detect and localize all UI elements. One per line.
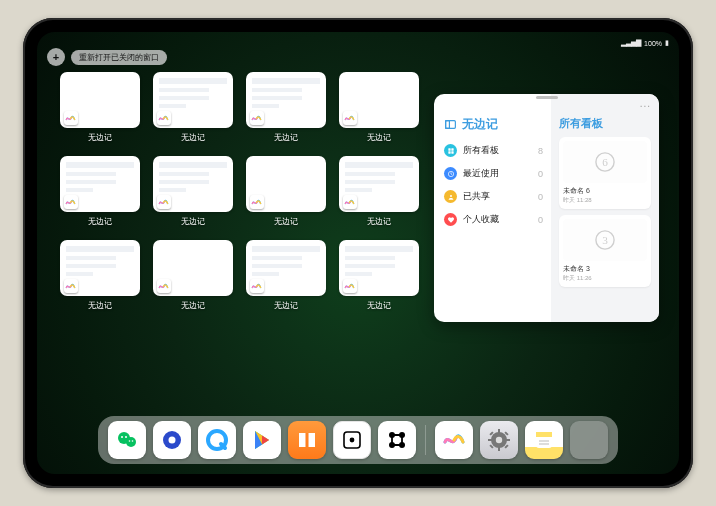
window-grabber-icon[interactable] xyxy=(536,96,558,99)
battery-text: 100% xyxy=(644,40,662,47)
dice-icon[interactable] xyxy=(333,421,371,459)
freeform-icon[interactable] xyxy=(435,421,473,459)
app-switcher-card[interactable]: 无边记 xyxy=(336,72,421,148)
books-icon[interactable] xyxy=(288,421,326,459)
sidebar-item[interactable]: 最近使用0 xyxy=(444,162,543,185)
ipad-frame: ▂▃▅▇ 100% ▮ + 重新打开已关闭的窗口 无边记无边记无边记无边记无边记… xyxy=(23,18,693,488)
svg-rect-0 xyxy=(446,121,456,129)
settings-icon[interactable] xyxy=(480,421,518,459)
app-thumbnail xyxy=(153,156,233,212)
app-thumbnail xyxy=(339,156,419,212)
board-tile[interactable]: 3未命名 3昨天 11:26 xyxy=(559,215,651,287)
dock-separator xyxy=(425,425,426,455)
app-switcher-card[interactable]: 无边记 xyxy=(57,156,142,232)
board-thumbnail: 3 xyxy=(563,219,647,261)
app-switcher-card[interactable]: 无边记 xyxy=(336,240,421,316)
app-switcher-card[interactable]: 无边记 xyxy=(57,240,142,316)
app-switcher-grid: 无边记无边记无边记无边记无边记无边记无边记无边记无边记无边记无边记无边记 xyxy=(57,72,417,316)
freeform-icon xyxy=(157,111,171,125)
freeform-icon xyxy=(157,195,171,209)
app-switcher-card[interactable]: 无边记 xyxy=(243,240,328,316)
app-switcher-card[interactable]: 无边记 xyxy=(57,72,142,148)
app-switcher-card[interactable]: 无边记 xyxy=(243,156,328,232)
freeform-icon xyxy=(64,279,78,293)
qqbrowser-icon[interactable] xyxy=(198,421,236,459)
add-button[interactable]: + xyxy=(47,48,65,66)
connect-icon[interactable] xyxy=(378,421,416,459)
app-thumbnail xyxy=(60,72,140,128)
board-name: 未命名 3 xyxy=(563,264,647,274)
top-controls: + 重新打开已关闭的窗口 xyxy=(47,48,167,66)
freeform-icon xyxy=(343,111,357,125)
freeform-icon xyxy=(64,195,78,209)
app-label: 无边记 xyxy=(181,132,205,143)
app-thumbnail xyxy=(246,240,326,296)
freeform-icon xyxy=(343,279,357,293)
freeform-app-icon xyxy=(444,118,457,131)
app-label: 无边记 xyxy=(274,300,298,311)
app-thumbnail xyxy=(246,156,326,212)
board-name: 未命名 6 xyxy=(563,186,647,196)
sidebar-item-count: 8 xyxy=(538,146,543,156)
grid-icon xyxy=(444,144,457,157)
app-thumbnail xyxy=(339,72,419,128)
app-thumbnail xyxy=(153,240,233,296)
heart-icon xyxy=(444,213,457,226)
ipad-screen: ▂▃▅▇ 100% ▮ + 重新打开已关闭的窗口 无边记无边记无边记无边记无边记… xyxy=(37,32,679,474)
freeform-icon xyxy=(250,111,264,125)
clock-icon xyxy=(444,167,457,180)
app-thumbnail xyxy=(153,72,233,128)
app-thumbnail xyxy=(60,240,140,296)
freeform-icon xyxy=(157,279,171,293)
people-icon xyxy=(444,190,457,203)
app-switcher-card[interactable]: 无边记 xyxy=(150,240,235,316)
svg-text:6: 6 xyxy=(602,156,608,168)
more-icon[interactable]: ... xyxy=(640,98,651,109)
sidebar-item[interactable]: 个人收藏0 xyxy=(444,208,543,231)
sidebar-item-label: 最近使用 xyxy=(463,167,499,180)
app-label: 无边记 xyxy=(274,216,298,227)
wechat-icon[interactable] xyxy=(108,421,146,459)
app-thumbnail xyxy=(339,240,419,296)
board-meta: 昨天 11:26 xyxy=(563,274,647,283)
freeform-icon xyxy=(250,195,264,209)
battery-icon: ▮ xyxy=(665,39,669,47)
board-thumbnail: 6 xyxy=(563,141,647,183)
app-label: 无边记 xyxy=(88,300,112,311)
app-thumbnail xyxy=(60,156,140,212)
notes-icon[interactable] xyxy=(525,421,563,459)
app-label: 无边记 xyxy=(181,300,205,311)
app-label: 无边记 xyxy=(367,132,391,143)
freeform-sidebar: 无边记 所有看板8最近使用0已共享0个人收藏0 xyxy=(434,94,551,322)
sidebar-item-label: 已共享 xyxy=(463,190,490,203)
app-thumbnail xyxy=(246,72,326,128)
app-folder-icon[interactable] xyxy=(570,421,608,459)
app-switcher-card[interactable]: 无边记 xyxy=(243,72,328,148)
freeform-icon xyxy=(250,279,264,293)
sidebar-item-count: 0 xyxy=(538,215,543,225)
app-label: 无边记 xyxy=(88,216,112,227)
sidebar-item-label: 所有看板 xyxy=(463,144,499,157)
freeform-floating-window[interactable]: ... 无边记 所有看板8最近使用0已共享0个人收藏0 所有看板 6未命名 6昨… xyxy=(434,94,659,322)
sidebar-item-count: 0 xyxy=(538,169,543,179)
app-label: 无边记 xyxy=(367,300,391,311)
app-label: 无边记 xyxy=(181,216,205,227)
board-tile[interactable]: 6未命名 6昨天 11:28 xyxy=(559,137,651,209)
freeform-icon xyxy=(343,195,357,209)
play-store-icon[interactable] xyxy=(243,421,281,459)
sidebar-item[interactable]: 已共享0 xyxy=(444,185,543,208)
signal-icon: ▂▃▅▇ xyxy=(621,39,641,47)
sidebar-item[interactable]: 所有看板8 xyxy=(444,139,543,162)
freeform-section-list: 所有看板8最近使用0已共享0个人收藏0 xyxy=(444,139,543,231)
freeform-title: 无边记 xyxy=(462,116,498,133)
reopen-closed-window-button[interactable]: 重新打开已关闭的窗口 xyxy=(71,50,167,65)
app-label: 无边记 xyxy=(88,132,112,143)
app-switcher-card[interactable]: 无边记 xyxy=(336,156,421,232)
app-switcher-card[interactable]: 无边记 xyxy=(150,72,235,148)
svg-rect-1 xyxy=(446,121,450,129)
svg-text:3: 3 xyxy=(602,234,608,246)
quark-icon[interactable] xyxy=(153,421,191,459)
app-label: 无边记 xyxy=(367,216,391,227)
sidebar-item-count: 0 xyxy=(538,192,543,202)
app-switcher-card[interactable]: 无边记 xyxy=(150,156,235,232)
